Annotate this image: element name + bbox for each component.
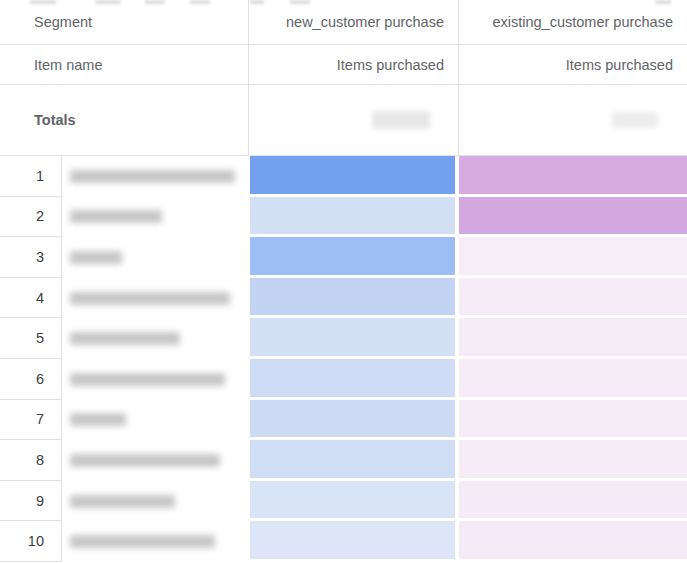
metric-cell-existing-customer [458,237,687,278]
totals-existing-value-blurred [612,112,658,128]
segment-new-customer-label: new_customer purchase [286,14,444,30]
segment-existing-customer-label: existing_customer purchase [492,14,673,30]
item-name-blurred [70,210,162,223]
metric-cell-new-customer [248,521,458,562]
metric-cell-existing-customer [458,318,687,359]
totals-new-customer-cell [248,85,458,155]
table-row: 9 [0,481,687,522]
item-name-blurred [70,495,175,508]
item-name-cell [62,521,248,562]
metric-cell-existing-customer-heatmap-fill [459,237,687,275]
metric-cell-new-customer-heatmap-fill [250,278,455,316]
row-number: 8 [0,440,62,481]
row-number: 7 [0,400,62,441]
segment-header-row: Segment new_customer purchase existing_c… [0,0,687,45]
row-number: 10 [0,521,62,562]
row-number: 5 [0,318,62,359]
metric-cell-existing-customer-heatmap-fill [459,359,687,397]
totals-label: Totals [34,112,76,128]
metric-cell-existing-customer-heatmap-fill [459,440,687,478]
table-row: 6 [0,359,687,400]
row-number: 6 [0,359,62,400]
item-name-cell [62,156,248,197]
metric-cell-existing-customer [458,359,687,400]
metric-header-row: Item name Items purchased Items purchase… [0,45,687,85]
cropped-blurred-fragment [655,0,671,4]
item-name-cell [62,400,248,441]
metric-cell-existing-customer-heatmap-fill [459,278,687,316]
item-name-cell [62,197,248,238]
metric-cell-new-customer-heatmap-fill [250,237,455,275]
metric-cell-existing-customer [458,440,687,481]
item-name-label: Item name [34,57,103,73]
row-number: 9 [0,481,62,522]
item-name-blurred [70,413,126,426]
metric-cell-new-customer-heatmap-fill [250,156,455,194]
table-row: 8 [0,440,687,481]
item-name-blurred [70,373,225,386]
totals-row: Totals [0,85,687,156]
metric-cell-existing-customer [458,278,687,319]
item-name-blurred [70,170,235,183]
item-name-cell [62,359,248,400]
segment-new-customer-header[interactable]: new_customer purchase [248,0,458,44]
metric-cell-new-customer-heatmap-fill [250,197,455,235]
item-name-blurred [70,251,122,264]
metric-cell-new-customer [248,318,458,359]
metric-cell-existing-customer-heatmap-fill [459,318,687,356]
item-name-cell [62,440,248,481]
item-name-blurred [70,535,215,548]
item-name-cell [62,481,248,522]
segment-label: Segment [34,14,92,30]
item-name-cell [62,237,248,278]
row-number: 3 [0,237,62,278]
items-purchased-header-existing[interactable]: Items purchased [458,45,687,84]
segment-column-header[interactable]: Segment [0,0,248,44]
cropped-blurred-fragment [30,0,56,4]
table-row: 1 [0,156,687,197]
item-name-blurred [70,292,230,305]
metric-cell-new-customer-heatmap-fill [250,481,455,519]
item-name-cell [62,318,248,359]
table-row: 7 [0,400,687,441]
metric-cell-existing-customer-heatmap-fill [459,156,687,194]
segment-existing-customer-header[interactable]: existing_customer purchase [458,0,687,44]
item-name-blurred [70,454,220,467]
table-row: 4 [0,278,687,319]
totals-existing-customer-cell [458,85,687,155]
metric-cell-existing-customer [458,400,687,441]
cropped-blurred-fragment [190,0,210,4]
cropped-blurred-fragment [145,0,165,4]
items-purchased-label-new: Items purchased [337,57,444,73]
metric-cell-existing-customer [458,156,687,197]
item-name-column-header[interactable]: Item name [0,45,248,84]
metric-cell-existing-customer-heatmap-fill [459,197,687,235]
metric-cell-new-customer [248,359,458,400]
row-number: 4 [0,278,62,319]
item-name-blurred [70,332,180,345]
table-row: 3 [0,237,687,278]
row-number: 1 [0,156,62,197]
metric-cell-existing-customer-heatmap-fill [459,481,687,519]
metric-cell-new-customer [248,481,458,522]
cropped-blurred-fragment [250,0,264,4]
totals-label-cell: Totals [0,85,248,155]
metric-cell-new-customer-heatmap-fill [250,359,455,397]
metric-cell-new-customer-heatmap-fill [250,318,455,356]
items-purchased-header-new[interactable]: Items purchased [248,45,458,84]
analytics-segment-table: Segment new_customer purchase existing_c… [0,0,687,563]
metric-cell-new-customer [248,278,458,319]
metric-cell-new-customer [248,400,458,441]
table-body: 12345678910 [0,156,687,562]
metric-cell-existing-customer-heatmap-fill [459,400,687,438]
metric-cell-new-customer [248,156,458,197]
metric-cell-new-customer [248,197,458,238]
metric-cell-new-customer-heatmap-fill [250,440,455,478]
cropped-blurred-fragment [95,0,121,4]
table-row: 2 [0,197,687,238]
table-row: 5 [0,318,687,359]
metric-cell-existing-customer [458,197,687,238]
metric-cell-new-customer [248,440,458,481]
row-number: 2 [0,197,62,238]
items-purchased-label-existing: Items purchased [566,57,673,73]
